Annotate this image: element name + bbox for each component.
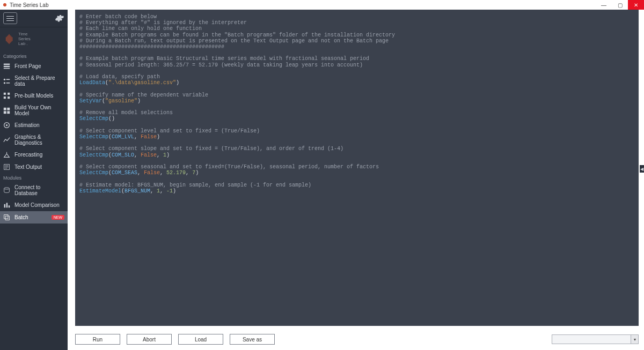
sidebar-item-front-page[interactable]: Front Page [0,60,68,72]
sidebar: Time Series Lab . Categories Front Page … [0,10,68,350]
app-icon [2,2,8,8]
database-icon [3,187,10,194]
maximize-button[interactable]: ▢ [612,0,628,10]
file-combo-dropdown[interactable]: ▾ [631,334,639,344]
sidebar-item-build-own[interactable]: Build Your Own Model [0,102,68,119]
code-editor[interactable]: # Enter batch code below # Everything af… [75,10,639,326]
svg-rect-8 [8,93,10,95]
titlebar: Time Series Lab — ▢ ✕ [0,0,644,10]
svg-point-3 [4,78,5,80]
chart-icon [3,137,10,144]
sidebar-item-label: Connect to Database [14,184,64,196]
sidebar-item-prebuilt[interactable]: Pre-built Models [0,90,68,102]
minimize-button[interactable]: — [596,0,612,10]
right-collapse-tab[interactable]: ◀ [640,165,644,173]
brand-logo-icon [3,33,15,45]
categories-label: Categories [0,51,68,60]
grid-icon [3,92,10,99]
sidebar-item-label: Model Comparison [14,202,60,208]
svg-rect-27 [5,216,9,220]
gear-icon[interactable] [55,13,64,23]
sidebar-item-select-prepare[interactable]: Select & Prepare data [0,72,68,90]
svg-rect-1 [4,66,10,67]
close-button[interactable]: ✕ [628,0,644,10]
select-prepare-icon [3,78,10,85]
load-button[interactable]: Load [178,334,223,345]
modules-label: Modules [0,173,68,182]
svg-rect-24 [6,203,8,207]
svg-rect-14 [7,111,10,114]
front-page-icon [3,63,10,70]
content-area: # Enter batch code below # Everything af… [68,10,644,350]
svg-point-16 [6,124,8,126]
batch-icon [3,214,10,221]
sidebar-item-label: Estimation [14,122,40,128]
sidebar-item-text-output[interactable]: Text Output [0,161,68,173]
sidebar-item-label: Forecasting [14,152,42,158]
svg-rect-6 [6,82,10,83]
svg-rect-2 [4,68,10,69]
svg-rect-13 [4,111,6,114]
run-button[interactable]: Run [75,334,120,345]
brand-line1: Time [18,32,31,36]
text-icon [3,163,10,170]
new-badge: NEW [52,215,64,220]
sidebar-item-label: Front Page [14,63,41,69]
svg-rect-12 [7,107,10,110]
svg-point-22 [4,187,10,189]
svg-rect-26 [4,215,8,219]
sidebar-item-label: Select & Prepare data [14,75,64,87]
sidebar-item-forecasting[interactable]: Forecasting [0,148,68,161]
abort-button[interactable]: Abort [127,334,172,345]
sidebar-item-label: Batch [14,214,28,220]
menu-icon[interactable] [3,12,17,24]
sidebar-item-connect-db[interactable]: Connect to Database [0,182,68,199]
build-icon [3,107,10,114]
forecast-icon [3,151,10,158]
sidebar-item-batch[interactable]: Batch NEW [0,211,68,224]
brand-line3: Lab . [18,41,31,46]
svg-rect-4 [6,79,10,80]
sidebar-item-graphics[interactable]: Graphics & Diagnostics [0,131,68,148]
sidebar-item-estimation[interactable]: Estimation [0,119,68,131]
bottom-toolbar: Run Abort Load Save as ▾ [75,334,639,345]
sidebar-item-label: Graphics & Diagnostics [14,134,64,146]
brand-line2: Series [18,36,31,41]
svg-rect-0 [4,64,10,65]
svg-rect-23 [4,204,5,208]
svg-rect-25 [9,205,10,207]
brand: Time Series Lab . [0,27,68,51]
saveas-button[interactable]: Save as [230,334,275,345]
svg-rect-11 [4,107,6,110]
svg-rect-7 [4,93,6,95]
file-combo-input[interactable] [552,334,631,344]
compare-icon [3,202,10,208]
svg-rect-9 [4,96,6,99]
sidebar-item-label: Pre-built Models [14,93,53,99]
svg-point-5 [4,82,5,84]
sidebar-item-label: Text Output [14,164,42,170]
window-title: Time Series Lab [10,2,48,8]
svg-rect-10 [8,96,10,99]
target-icon [3,122,10,129]
sidebar-item-label: Build Your Own Model [14,105,64,116]
sidebar-item-model-compare[interactable]: Model Comparison [0,199,68,211]
